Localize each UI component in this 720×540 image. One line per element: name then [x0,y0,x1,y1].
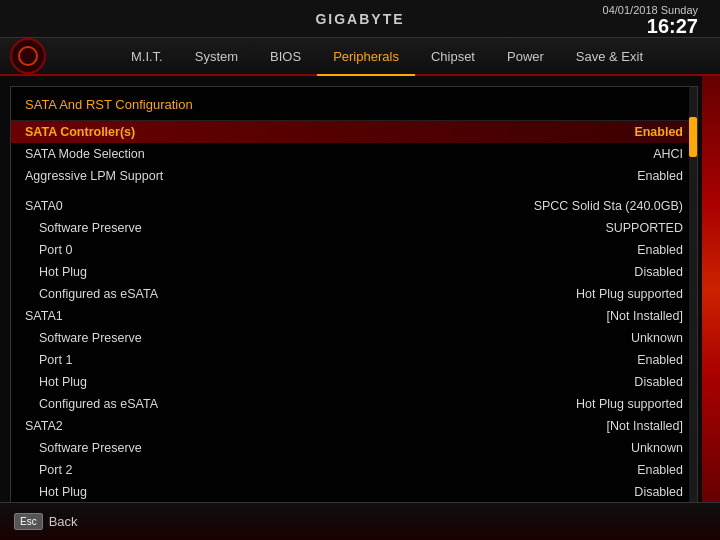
header: GIGABYTE 04/01/2018 Sunday 16:27 [0,0,720,38]
config-row-hotplug0[interactable]: Hot Plug Disabled [11,261,697,283]
label-sw-preserve-0: Software Preserve [25,221,142,235]
red-bar-right [702,76,720,502]
esc-key: Esc [14,513,43,530]
config-row-esata1[interactable]: Configured as eSATA Hot Plug supported [11,393,697,415]
config-row-port2[interactable]: Port 2 Enabled [11,459,697,481]
config-row-sata1[interactable]: SATA1 [Not Installed] [11,305,697,327]
config-row-lpm[interactable]: Aggressive LPM Support Enabled [11,165,697,187]
value-sata1: [Not Installed] [607,309,683,323]
config-row-esata0[interactable]: Configured as eSATA Hot Plug supported [11,283,697,305]
nav-bios[interactable]: BIOS [254,38,317,76]
value-hotplug2: Disabled [634,485,683,499]
config-row-sata0[interactable]: SATA0 SPCC Solid Sta (240.0GB) [11,195,697,217]
label-hotplug2: Hot Plug [25,485,87,499]
value-sata-controller: Enabled [634,125,683,139]
config-row-sw-preserve-1[interactable]: Software Preserve Unknown [11,327,697,349]
label-sata2: SATA2 [25,419,63,433]
nav-peripherals[interactable]: Peripherals [317,38,415,76]
value-sw-preserve-1: Unknown [631,331,683,345]
value-port1: Enabled [637,353,683,367]
nav-power[interactable]: Power [491,38,560,76]
nav-items: M.I.T. System BIOS Peripherals Chipset P… [54,38,720,74]
config-row-port1[interactable]: Port 1 Enabled [11,349,697,371]
value-sata0: SPCC Solid Sta (240.0GB) [534,199,683,213]
value-hotplug0: Disabled [634,265,683,279]
nav-save-exit[interactable]: Save & Exit [560,38,659,76]
bottom-bar: Esc Back [0,502,720,540]
label-sata-controller: SATA Controller(s) [25,125,135,139]
main-content: SATA And RST Configuration SATA Controll… [10,86,698,526]
time-display: 16:27 [647,15,698,37]
label-sata-mode: SATA Mode Selection [25,147,145,161]
value-sw-preserve-0: SUPPORTED [605,221,683,235]
value-hotplug1: Disabled [634,375,683,389]
config-row-sw-preserve-2[interactable]: Software Preserve Unknown [11,437,697,459]
config-row-sata2[interactable]: SATA2 [Not Installed] [11,415,697,437]
value-sw-preserve-2: Unknown [631,441,683,455]
nav-chipset[interactable]: Chipset [415,38,491,76]
value-esata0: Hot Plug supported [576,287,683,301]
logo-inner [18,46,38,66]
label-port2: Port 2 [25,463,72,477]
config-row-hotplug1[interactable]: Hot Plug Disabled [11,371,697,393]
value-port0: Enabled [637,243,683,257]
scrollbar-track[interactable] [689,87,697,525]
label-sw-preserve-1: Software Preserve [25,331,142,345]
datetime-display: 04/01/2018 Sunday 16:27 [603,4,698,37]
gigabyte-logo [10,38,46,74]
scrollbar-thumb[interactable] [689,117,697,157]
value-esata1: Hot Plug supported [576,397,683,411]
label-hotplug1: Hot Plug [25,375,87,389]
value-port2: Enabled [637,463,683,477]
nav-mit[interactable]: M.I.T. [115,38,179,76]
app-title: GIGABYTE [315,11,404,27]
config-row-sw-preserve-0[interactable]: Software Preserve SUPPORTED [11,217,697,239]
label-hotplug0: Hot Plug [25,265,87,279]
value-lpm: Enabled [637,169,683,183]
nav-system[interactable]: System [179,38,254,76]
section-title: SATA And RST Configuration [11,87,697,121]
config-row-sata-mode[interactable]: SATA Mode Selection AHCI [11,143,697,165]
label-lpm: Aggressive LPM Support [25,169,163,183]
label-sw-preserve-2: Software Preserve [25,441,142,455]
label-sata0: SATA0 [25,199,63,213]
label-esata0: Configured as eSATA [25,287,158,301]
config-row-sata-controller[interactable]: SATA Controller(s) Enabled [11,121,697,143]
label-port1: Port 1 [25,353,72,367]
navbar: M.I.T. System BIOS Peripherals Chipset P… [0,38,720,76]
config-row-port0[interactable]: Port 0 Enabled [11,239,697,261]
value-sata2: [Not Installed] [607,419,683,433]
label-sata1: SATA1 [25,309,63,323]
back-button[interactable]: Esc Back [14,513,78,530]
value-sata-mode: AHCI [653,147,683,161]
config-row-hotplug2[interactable]: Hot Plug Disabled [11,481,697,503]
label-port0: Port 0 [25,243,72,257]
label-esata1: Configured as eSATA [25,397,158,411]
config-area: SATA Controller(s) Enabled SATA Mode Sel… [11,121,697,523]
back-label: Back [49,514,78,529]
